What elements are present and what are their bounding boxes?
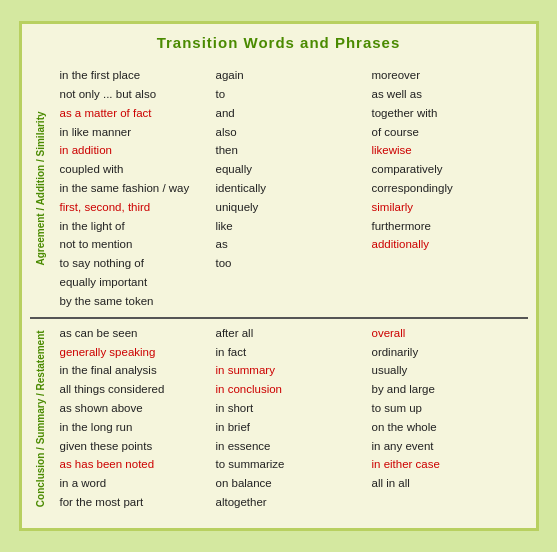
list-item: likewise [372,142,520,160]
list-item: in any event [372,438,520,456]
page-title: Transition Words and Phrases [30,34,528,51]
list-item: correspondingly [372,180,520,198]
list-item: identically [216,180,364,198]
sections-wrapper: Agreement / Addition / Similarity in the… [30,61,528,518]
list-item: for the most part [60,494,208,512]
section2-label: Conclusion / Summary / Restatement [30,319,52,518]
list-item: in either case [372,456,520,474]
list-item: again [216,67,364,85]
list-item: in the same fashion / way [60,180,208,198]
section2-col1: as can be seengenerally speakingin the f… [56,325,212,512]
list-item: moreover [372,67,520,85]
list-item: in summary [216,362,364,380]
section1-col2: againtoandalsothenequallyidenticallyuniq… [212,67,368,311]
list-item: similarly [372,199,520,217]
list-item: in addition [60,142,208,160]
list-item: as has been noted [60,456,208,474]
list-item: in essence [216,438,364,456]
section1-content: in the first placenot only ... but alsoa… [52,61,528,317]
list-item: as can be seen [60,325,208,343]
list-item: as shown above [60,400,208,418]
list-item: in the final analysis [60,362,208,380]
list-item: on the whole [372,419,520,437]
list-item: as [216,236,364,254]
list-item: also [216,124,364,142]
list-item: coupled with [60,161,208,179]
list-item: uniquely [216,199,364,217]
list-item: to summarize [216,456,364,474]
list-item: in like manner [60,124,208,142]
list-item: as a matter of fact [60,105,208,123]
list-item: together with [372,105,520,123]
main-container: Transition Words and Phrases Agreement /… [19,21,539,531]
section2-col3: overallordinarilyusuallyby and largeto s… [368,325,524,512]
list-item: as well as [372,86,520,104]
list-item: equally [216,161,364,179]
list-item: not only ... but also [60,86,208,104]
list-item: to say nothing of [60,255,208,273]
list-item: on balance [216,475,364,493]
section2-col2: after allin factin summaryin conclusioni… [212,325,368,512]
section1-col3: moreoveras well astogether withof course… [368,67,524,311]
list-item: in conclusion [216,381,364,399]
list-item: of course [372,124,520,142]
section-agreement: Agreement / Addition / Similarity in the… [30,61,528,317]
section2-content: as can be seengenerally speakingin the f… [52,319,528,518]
list-item: first, second, third [60,199,208,217]
section-conclusion: Conclusion / Summary / Restatement as ca… [30,317,528,518]
list-item: usually [372,362,520,380]
list-item: all in all [372,475,520,493]
list-item: in brief [216,419,364,437]
section1-label: Agreement / Addition / Similarity [30,61,52,317]
list-item: not to mention [60,236,208,254]
list-item: after all [216,325,364,343]
list-item: by and large [372,381,520,399]
list-item: in the long run [60,419,208,437]
list-item: too [216,255,364,273]
list-item: to sum up [372,400,520,418]
list-item: by the same token [60,293,208,311]
list-item: additionally [372,236,520,254]
list-item: then [216,142,364,160]
list-item: in the first place [60,67,208,85]
list-item: to [216,86,364,104]
list-item: altogether [216,494,364,512]
list-item: in short [216,400,364,418]
list-item: furthermore [372,218,520,236]
list-item: in the light of [60,218,208,236]
list-item: in fact [216,344,364,362]
list-item: ordinarily [372,344,520,362]
list-item: all things considered [60,381,208,399]
list-item: overall [372,325,520,343]
list-item: equally important [60,274,208,292]
list-item: comparatively [372,161,520,179]
list-item: and [216,105,364,123]
section1-col1: in the first placenot only ... but alsoa… [56,67,212,311]
list-item: like [216,218,364,236]
list-item: given these points [60,438,208,456]
list-item: in a word [60,475,208,493]
list-item: generally speaking [60,344,208,362]
